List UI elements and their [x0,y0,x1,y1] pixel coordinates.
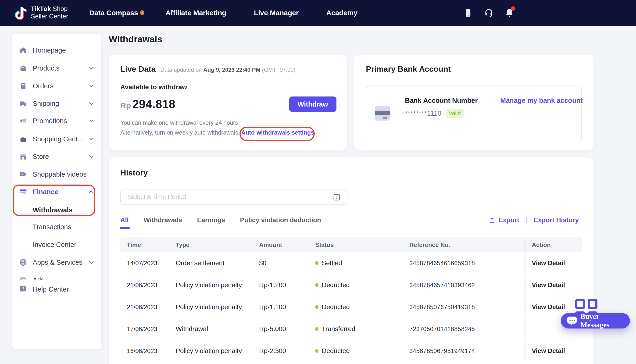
live-data-card: Live Data Data updated on Aug 9, 2023 22… [109,55,347,150]
tiktok-note-icon [14,4,27,22]
export-upload-icon [488,216,496,224]
nav-live-manager[interactable]: Live Manager [254,9,299,17]
history-title: History [120,168,582,177]
primary-bank-account-card: Primary Bank Account Bank Account Number… [354,55,594,150]
tiktok-shop-logo[interactable]: TikTok Shop Seller Center [14,4,68,22]
history-card: History Select A Time Period All Withdra… [109,158,594,364]
logo-text: TikTok Shop Seller Center [31,5,68,20]
table-row: 14/07/2023 Order settlement $0 Settled 3… [120,252,582,274]
sidebar-item-shipping[interactable]: Shipping [12,94,102,112]
status-dot [315,349,318,353]
sidebar-item-products[interactable]: Products [12,59,102,77]
nav-affiliate-marketing[interactable]: Affiliate Marketing [166,9,226,17]
data-compass-notification-dot [140,10,144,15]
sidebar: Homepage Products Orders Shipping Promot… [12,34,102,349]
sidebar-item-store[interactable]: Store [12,148,102,166]
export-button[interactable]: Export [488,216,519,224]
bank-card-title: Primary Bank Account [366,64,582,74]
sidebar-item-ads[interactable]: AD Ads [12,271,102,280]
col-amount: Amount [259,241,315,248]
chevron-up-icon [88,188,95,195]
tab-all[interactable]: All [120,216,129,229]
table-row: 21/06/2023 Policy violation penalty Rp-1… [120,296,582,318]
nav-data-compass[interactable]: Data Compass [89,9,138,17]
headset-support-icon[interactable] [484,8,494,18]
currency-prefix: Rp [120,101,131,110]
orders-icon [19,82,27,90]
status-dot [315,327,318,331]
view-detail-link[interactable]: View Detail [532,260,565,267]
sidebar-item-withdrawals[interactable]: Withdrawals [12,201,102,219]
tab-policy-violation-deduction[interactable]: Policy violation deduction [240,216,321,229]
sidebar-item-help-center[interactable]: ? Help Center [12,280,102,298]
available-to-withdraw-label: Available to withdraw [120,84,336,91]
view-detail-link[interactable]: View Detail [532,348,565,355]
view-detail-link[interactable]: View Detail [532,282,565,289]
withdraw-button[interactable]: Withdraw [289,96,336,112]
sidebar-item-finance[interactable]: Finance [12,183,102,201]
table-row: 16/06/2023 Policy violation penalty Rp-2… [120,340,582,362]
sidebar-item-promotions[interactable]: Promotions [12,112,102,130]
sidebar-item-invoice-center[interactable]: Invoice Center [12,236,102,254]
top-nav: TikTok Shop Seller Center Data Compass A… [0,0,636,26]
col-status: Status [315,241,409,248]
time-period-placeholder: Select A Time Period [128,194,332,201]
tab-withdrawals[interactable]: Withdrawals [144,216,182,229]
col-action: Action [532,241,551,248]
sidebar-item-shoppable-videos[interactable]: Shoppable videos [12,166,102,183]
bank-card-icon [375,106,390,120]
ads-icon: AD [19,276,27,280]
auto-withdrawals-settings-link[interactable]: Auto-withdrawals settings [241,129,314,136]
finance-icon [19,188,27,196]
status-dot [315,283,318,287]
tab-earnings[interactable]: Earnings [197,216,225,229]
calendar-icon [332,193,341,201]
table-row: 21/06/2023 Policy violation penalty Rp-1… [120,274,582,296]
products-icon [19,64,27,72]
export-divider [526,217,527,223]
bank-account-masked: ********1110 [405,110,442,117]
nav-academy[interactable]: Academy [326,9,357,17]
col-type: Type [176,241,259,248]
export-history-button[interactable]: Export History [534,216,579,224]
col-time: Time [120,241,176,248]
withdrawal-note-1: You can make one withdrawal every 24 hou… [120,120,336,126]
store-icon [19,152,27,160]
sidebar-item-shopping-center[interactable]: Shopping Cent... [12,130,102,148]
mobile-app-icon[interactable] [463,8,474,18]
view-detail-link[interactable]: View Detail [532,304,565,311]
bell-badge-dot [511,6,516,11]
amount-value: 294.818 [132,98,175,111]
svg-text:AD: AD [21,278,25,280]
sidebar-item-orders[interactable]: Orders [12,77,102,95]
chevron-down-icon [88,65,95,72]
valid-status-badge: Valid [446,109,464,118]
sidebar-item-apps-services[interactable]: Apps & Services [12,254,102,271]
buyer-messages-button[interactable]: Buyer Messages [561,313,630,328]
home-icon [19,46,27,54]
shoppable-videos-icon [19,170,27,178]
chevron-down-icon [88,153,95,160]
manage-bank-account-link[interactable]: Manage my bank account [500,97,583,104]
chevron-down-icon [88,100,95,107]
live-data-title: Live Data [120,64,156,74]
time-period-select[interactable]: Select A Time Period [120,189,348,205]
sidebar-item-ads-clipped: AD Ads [12,271,102,280]
sidebar-item-transactions[interactable]: Transactions [12,218,102,236]
withdrawal-note-2: Alternatively, turn on weekly auto-withd… [120,129,336,136]
chevron-down-icon [88,136,95,142]
chevron-down-icon [88,117,95,124]
bank-account-box: Bank Account Number ********1110 Valid M… [366,86,582,141]
chevron-down-icon [88,82,95,90]
history-tabs: All Withdrawals Earnings Policy violatio… [120,216,336,229]
apps-services-icon [19,258,27,266]
sidebar-item-homepage[interactable]: Homepage [12,41,102,59]
bell-notifications-icon[interactable] [504,8,514,18]
page-title: Withdrawals [109,34,162,44]
bank-account-number-label: Bank Account Number [405,97,478,104]
shopping-center-icon [19,135,27,143]
col-reference: Reference No. [409,241,526,248]
status-dot [315,261,318,265]
history-table: Time Type Amount Status Reference No. Ac… [120,237,582,362]
status-dot [315,305,318,309]
